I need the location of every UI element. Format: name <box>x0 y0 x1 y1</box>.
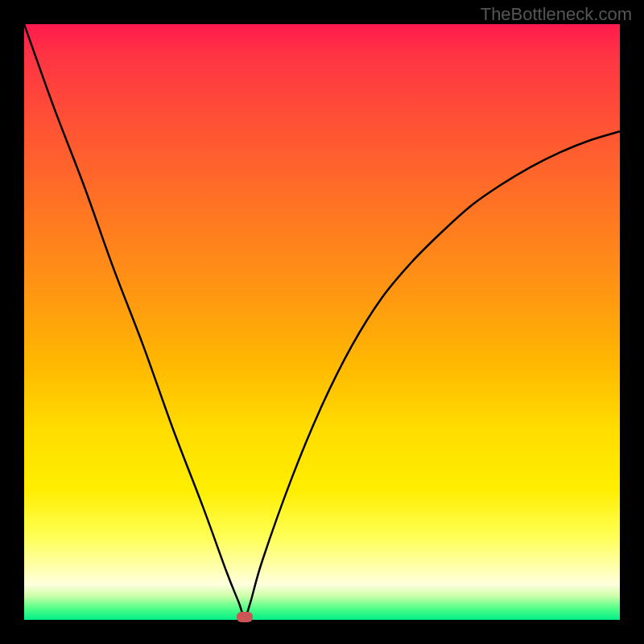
bottleneck-curve <box>24 24 620 620</box>
optimal-point-marker <box>237 612 253 622</box>
watermark-text: TheBottleneck.com <box>481 4 632 25</box>
